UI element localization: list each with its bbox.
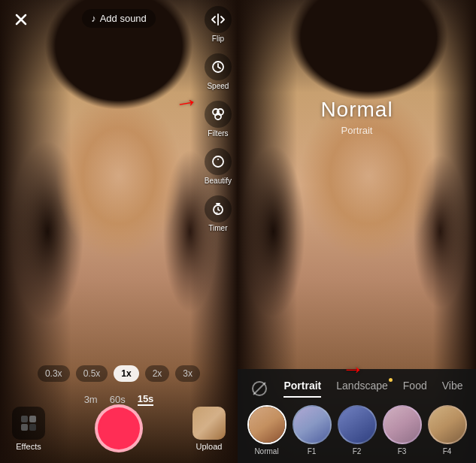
- filter-f1[interactable]: F1: [293, 405, 332, 455]
- speed-icon: [205, 53, 232, 80]
- speed-0-3x[interactable]: 0.3x: [38, 365, 70, 382]
- speed-button[interactable]: Speed: [205, 53, 232, 90]
- speed-0-5x[interactable]: 0.5x: [76, 365, 108, 382]
- speed-controls: 0.3x 0.5x 1x 2x 3x: [0, 365, 238, 382]
- filter-panel: Portrait Landscape Food Vibe Normal: [238, 369, 476, 463]
- speed-label: Speed: [207, 82, 229, 90]
- left-panel: ♪ Add sound Flip Speed: [0, 0, 238, 463]
- speed-2x[interactable]: 2x: [145, 365, 170, 382]
- svg-rect-8: [21, 416, 28, 422]
- red-arrow-right-indicator: →: [342, 356, 365, 382]
- filter-f1-label: F1: [308, 447, 317, 455]
- filter-subcategory: Portrait: [341, 125, 373, 136]
- beautify-label: Beautify: [205, 177, 232, 185]
- effects-button[interactable]: Effects: [12, 407, 45, 451]
- filter-f4-thumb: [428, 405, 467, 444]
- right-panel: Normal Portrait → Portrait Landscape Foo…: [238, 0, 476, 463]
- no-filter-button[interactable]: [250, 380, 268, 398]
- flip-icon: [205, 6, 232, 33]
- filter-f4[interactable]: F4: [428, 405, 467, 455]
- filter-normal-thumb: [247, 405, 287, 444]
- filter-f2-label: F2: [353, 447, 362, 455]
- filters-button[interactable]: Filters: [205, 101, 232, 138]
- filters-icon: [205, 101, 232, 128]
- tab-vibe[interactable]: Vibe: [442, 380, 463, 398]
- timer-icon: 3: [205, 195, 232, 222]
- landscape-dot: [389, 378, 393, 382]
- filter-f3[interactable]: F3: [383, 405, 422, 455]
- filter-f2[interactable]: F2: [338, 405, 377, 455]
- camera-toolbar: Flip Speed Filters: [205, 6, 232, 232]
- add-sound-button[interactable]: ♪ Add sound: [82, 9, 156, 28]
- speed-1x[interactable]: 1x: [114, 365, 138, 382]
- music-icon: ♪: [91, 13, 96, 24]
- add-sound-label: Add sound: [100, 13, 147, 24]
- effects-icon: [12, 407, 45, 440]
- beautify-icon: [205, 148, 232, 175]
- close-button[interactable]: [11, 9, 32, 30]
- beautify-button[interactable]: Beautify: [205, 148, 232, 185]
- red-arrow-indicator: →: [172, 87, 201, 119]
- filter-f3-label: F3: [398, 447, 407, 455]
- filter-name: Normal: [320, 98, 393, 122]
- filter-thumbnails: Normal F1 F2 F3: [238, 401, 476, 463]
- flip-button[interactable]: Flip: [205, 6, 232, 43]
- upload-label: Upload: [196, 442, 223, 451]
- record-button[interactable]: [95, 404, 143, 452]
- record-inner: [100, 410, 138, 447]
- filter-overlay: Normal Portrait: [238, 98, 476, 136]
- filters-label: Filters: [208, 129, 228, 138]
- filter-f3-thumb: [383, 405, 422, 444]
- tab-portrait[interactable]: Portrait: [283, 380, 321, 398]
- filter-normal-label: Normal: [254, 447, 278, 455]
- speed-3x[interactable]: 3x: [175, 365, 200, 382]
- bottom-bar-left: Effects Upload: [0, 404, 238, 452]
- upload-button[interactable]: Upload: [193, 407, 226, 451]
- effects-label: Effects: [16, 442, 41, 451]
- svg-rect-9: [29, 416, 36, 422]
- upload-thumbnail: [193, 407, 226, 440]
- filter-f4-label: F4: [443, 447, 452, 455]
- filter-f2-thumb: [338, 405, 377, 444]
- filter-f1-thumb: [293, 405, 332, 444]
- svg-rect-11: [29, 424, 36, 431]
- svg-line-13: [253, 383, 265, 395]
- flip-label: Flip: [212, 35, 224, 43]
- tab-food[interactable]: Food: [403, 380, 427, 398]
- timer-button[interactable]: 3 Timer: [205, 195, 232, 232]
- tab-landscape[interactable]: Landscape: [336, 380, 388, 398]
- timer-label: Timer: [208, 224, 227, 232]
- filter-normal[interactable]: Normal: [247, 405, 287, 455]
- svg-text:3: 3: [216, 211, 218, 216]
- top-bar-left: ♪ Add sound: [0, 9, 238, 28]
- svg-rect-10: [21, 424, 28, 431]
